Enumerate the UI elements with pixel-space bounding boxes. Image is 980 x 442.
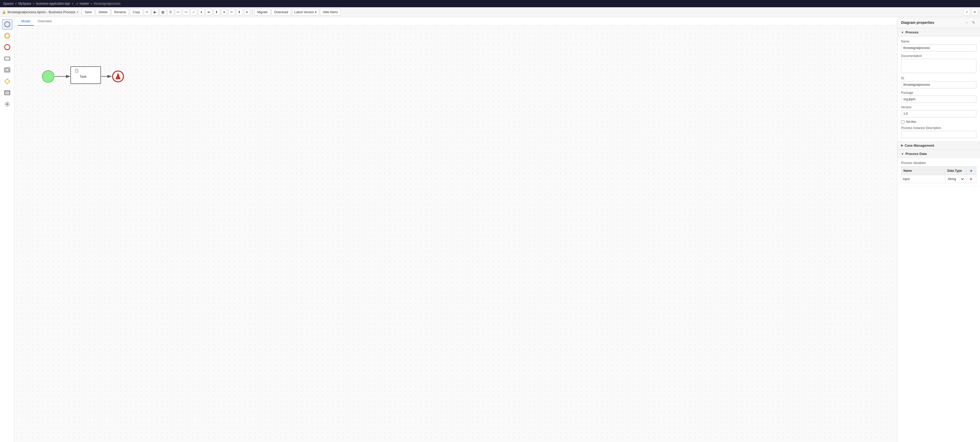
up-icon-btn[interactable]: ⬆ (236, 9, 243, 16)
left-sidebar (0, 17, 14, 442)
close-icon-btn[interactable]: ✕ (971, 9, 978, 16)
tab-overview[interactable]: Overview (34, 17, 55, 26)
task-element[interactable]: 📋 Task (70, 66, 101, 84)
delete-variable-btn[interactable]: ✕ (968, 176, 974, 182)
add-variable-btn[interactable]: + (968, 168, 974, 174)
name-input[interactable] (901, 44, 976, 51)
file-title: 🔒 throwsignalprocess.bpmn - Business Pro… (2, 10, 78, 14)
copy-button[interactable]: Copy (130, 9, 143, 16)
canvas-svg (14, 26, 897, 442)
redo-icon-btn[interactable]: ↪ (183, 9, 189, 16)
forward-dropdown-btn[interactable]: ▾ (221, 9, 227, 16)
svg-marker-7 (5, 79, 10, 84)
svg-text:Task: Task (80, 75, 87, 78)
pv-delete-cell: ✕ (966, 175, 976, 183)
process-data-chevron: ▼ (901, 152, 904, 155)
process-section-label: Process (905, 30, 919, 34)
pv-name-input[interactable] (903, 177, 943, 181)
process-chevron: ▼ (901, 31, 904, 34)
table-row: String Integer Boolean Float Object ✕ (901, 175, 976, 183)
nav-myspace[interactable]: MySpace (18, 2, 31, 5)
nav-current: throwsignalprocess (94, 2, 121, 5)
process-section-content: Name Documentation ID Package Version Ad… (897, 37, 980, 142)
pencil-icon-btn[interactable]: ✏ (144, 9, 151, 16)
save-button[interactable]: Save (82, 9, 94, 16)
back-icon-btn[interactable]: ⬅ (205, 9, 212, 16)
check-dropdown-btn[interactable]: ▾ (198, 9, 205, 16)
adhoc-checkbox[interactable] (901, 120, 904, 124)
expand-icon-btn[interactable]: ⤢ (963, 9, 970, 16)
intermediate-event-tool[interactable] (2, 30, 13, 41)
list-icon-btn[interactable]: ☰ (167, 9, 174, 16)
gateway-tool[interactable] (2, 76, 13, 86)
grid-icon-btn[interactable]: ▦ (159, 9, 166, 16)
right-panel: Diagram properties › ✎ ▼ Process Name Do… (897, 17, 980, 442)
documentation-label: Documentation (901, 54, 976, 58)
delete-button[interactable]: Delete (96, 9, 111, 16)
name-label: Name (901, 40, 976, 43)
pv-type-select[interactable]: String Integer Boolean Float Object (947, 177, 964, 181)
hide-alerts-button[interactable]: Hide Alerts (320, 9, 340, 16)
start-event[interactable] (42, 70, 55, 83)
svg-rect-6 (6, 69, 9, 71)
svg-rect-5 (5, 68, 10, 72)
more-dropdown-btn[interactable]: ▾ (244, 9, 250, 16)
panel-edit-btn[interactable]: ✎ (971, 20, 976, 26)
pv-action-header: + (966, 167, 976, 175)
subprocess-tool[interactable] (2, 65, 13, 75)
latest-version-label: Latest Version (294, 10, 314, 14)
rename-button[interactable]: Rename (111, 9, 129, 16)
process-instance-desc-label: Process Instance Description (901, 126, 976, 130)
process-data-section-content: Process Variables Name Data Type + (897, 158, 980, 187)
title-dropdown-icon[interactable]: ▾ (77, 11, 78, 13)
process-data-label: Process Data (905, 152, 927, 156)
breadcrumb-nav: Spaces » MySpace » business-application-… (0, 0, 980, 7)
package-label: Package (901, 91, 976, 94)
check-icon-btn[interactable]: ✓ (191, 9, 197, 16)
version-input[interactable] (901, 110, 976, 117)
bpmn-canvas[interactable]: 📋 Task (14, 26, 897, 442)
process-instance-desc-input[interactable] (901, 131, 976, 138)
package-input[interactable] (901, 96, 976, 103)
process-data-section-header[interactable]: ▼ Process Data (897, 150, 980, 158)
case-management-section-header[interactable]: ▶ Case Management (897, 142, 980, 150)
migrate-button[interactable]: Migrate (255, 9, 270, 16)
data-tool[interactable] (2, 88, 13, 98)
forward-icon-btn[interactable]: ⬆ (213, 9, 220, 16)
adhoc-row: Ad-Hoc (901, 120, 976, 124)
id-input[interactable] (901, 81, 976, 88)
process-variables-table: Name Data Type + String (901, 166, 976, 183)
pv-type-cell: String Integer Boolean Float Object (945, 175, 966, 183)
case-chevron: ▶ (901, 144, 903, 147)
adhoc-label: Ad-Hoc (906, 120, 916, 124)
svg-point-3 (5, 45, 10, 50)
task-tool[interactable] (2, 53, 13, 64)
settings-tool[interactable] (2, 99, 13, 109)
panel-title: Diagram properties (901, 21, 934, 25)
tab-model[interactable]: Model (18, 17, 34, 26)
end-event[interactable] (111, 70, 124, 83)
nav-branch[interactable]: master (80, 2, 89, 5)
svg-point-0 (5, 22, 10, 27)
latest-version-btn[interactable]: Latest Version ▾ (292, 9, 319, 16)
documentation-textarea[interactable] (901, 59, 976, 73)
pv-name-cell (901, 175, 945, 183)
svg-text:📋: 📋 (74, 69, 79, 73)
process-variables-label: Process Variables (901, 161, 976, 165)
lock-icon: 🔒 (2, 10, 6, 14)
cut-icon-btn[interactable]: ✂ (228, 9, 235, 16)
start-event-tool[interactable] (2, 19, 13, 30)
pv-name-header: Name (901, 167, 945, 175)
undo-icon-btn[interactable]: ↩ (175, 9, 182, 16)
case-management-label: Case Management (905, 144, 934, 147)
panel-expand-btn[interactable]: › (964, 20, 970, 26)
nav-spaces[interactable]: Spaces (3, 2, 13, 5)
svg-point-16 (42, 70, 54, 82)
download-button[interactable]: Download (272, 9, 291, 16)
process-section-header[interactable]: ▼ Process (897, 28, 980, 37)
version-label: Version (901, 105, 976, 109)
nav-project[interactable]: business-application-kjar (36, 2, 70, 5)
play-icon-btn[interactable]: ▶ (152, 9, 158, 16)
end-event-tool[interactable] (2, 42, 13, 52)
tabs-bar: Model Overview (14, 17, 897, 26)
